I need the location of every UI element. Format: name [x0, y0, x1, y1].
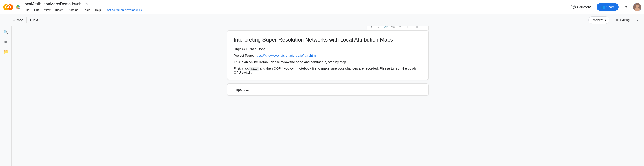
avatar-image: [633, 3, 641, 11]
cell-comment-button[interactable]: 💬: [390, 26, 396, 30]
connect-label: Connect: [592, 18, 603, 22]
menu-file[interactable]: File: [22, 7, 32, 12]
cell-container: ↑ ↓ 🔗 💬 ✏ ⤢ 🗑: [227, 30, 428, 96]
cell-authors: Jinjin Gu, Chao Dong: [234, 47, 422, 51]
comment-button[interactable]: 💬 Comment: [568, 3, 593, 11]
project-label: Project Page:: [234, 54, 255, 57]
menu-view[interactable]: View: [42, 7, 52, 12]
menu-runtime[interactable]: Runtime: [65, 7, 80, 12]
comment-label: Comment: [577, 5, 591, 9]
cell-move-up-button[interactable]: ↑: [368, 26, 375, 30]
cell-title: Interpreting Super-Resolution Networks w…: [234, 36, 422, 44]
share-button[interactable]: 👥 Share: [596, 3, 619, 11]
drive-icon: [16, 5, 20, 9]
add-code-button[interactable]: + Code: [11, 17, 26, 23]
next-cell-label: import ...: [234, 87, 249, 92]
sidebar-item-code[interactable]: <>: [1, 37, 10, 46]
search-icon: 🔍: [3, 30, 8, 35]
cell-toolbar: ↑ ↓ 🔗 💬 ✏ ⤢ 🗑: [367, 26, 428, 31]
menu-edit[interactable]: Edit: [32, 7, 42, 12]
comment-cell-icon: 💬: [391, 26, 395, 28]
connect-chevron: ▾: [604, 18, 606, 22]
cell-instruction: First, click file and then COPY you own …: [234, 67, 422, 74]
notebook-area: ↑ ↓ 🔗 💬 ✏ ⤢ 🗑: [12, 26, 644, 166]
star-icon[interactable]: ☆: [85, 1, 88, 6]
editing-button[interactable]: ✏ Editing: [613, 16, 632, 24]
chevron-up-icon: ▲: [636, 18, 639, 22]
menu-help[interactable]: Help: [93, 7, 104, 12]
settings-icon: ⚙: [624, 5, 628, 9]
toolbar-row: ☰ + Code + Text Connect ▾ ✏ Editing ▲: [0, 14, 644, 26]
instruction-code: file: [250, 67, 259, 71]
menu-tools[interactable]: Tools: [81, 7, 92, 12]
link-icon: 🔗: [384, 26, 388, 28]
cell-expand-button[interactable]: ⤢: [404, 26, 410, 30]
collapse-button[interactable]: ▲: [634, 16, 641, 24]
left-sidebar: 🔍 <> 📁: [0, 26, 12, 166]
title-menu-area: LocalAttributionMapsDemo.ipynb ☆ File Ed…: [22, 1, 142, 12]
file-title: LocalAttributionMapsDemo.ipynb: [22, 2, 82, 6]
share-icon: 👥: [600, 5, 605, 9]
folder-icon: 📁: [3, 49, 8, 54]
connect-button[interactable]: Connect ▾: [588, 16, 609, 24]
avatar[interactable]: [633, 3, 641, 11]
cell-edit-button[interactable]: ✏: [397, 26, 404, 30]
last-edited[interactable]: Last edited on November 19: [106, 8, 142, 12]
logo-area: CO: [3, 2, 20, 12]
instruction-prefix: First, click: [234, 67, 250, 70]
top-bar: CO LocalAttributionMapsDemo.ipynb ☆ File…: [0, 0, 644, 14]
cell-toolbar-divider: [412, 26, 412, 29]
sidebar-item-search[interactable]: 🔍: [1, 28, 10, 37]
toolbar-right-separator: [611, 17, 611, 23]
connect-area: Connect ▾ ✏ Editing ▲: [588, 16, 641, 24]
edit-icon: ✏: [399, 26, 402, 28]
more-icon: ⋮: [422, 26, 426, 29]
hamburger-icon: ☰: [5, 18, 8, 22]
settings-button[interactable]: ⚙: [622, 4, 630, 10]
next-cell-preview[interactable]: import ...: [227, 83, 428, 96]
code-icon: <>: [4, 40, 8, 44]
share-label: Share: [606, 5, 615, 9]
svg-text:CO: CO: [5, 4, 11, 9]
cell-link-button[interactable]: 🔗: [383, 26, 389, 30]
cell-delete-button[interactable]: 🗑: [414, 26, 420, 30]
project-link[interactable]: https://x-lowlevel-vision.github.io/lam.…: [255, 54, 316, 57]
cell-project: Project Page: https://x-lowlevel-vision.…: [234, 54, 422, 57]
sidebar-item-files[interactable]: 📁: [1, 47, 10, 56]
cell-more-button[interactable]: ⋮: [421, 26, 427, 30]
right-actions: 💬 Comment 👥 Share ⚙: [568, 3, 641, 11]
instruction-suffix: and then COPY you own notebook file to m…: [234, 67, 416, 74]
svg-point-8: [636, 5, 639, 8]
arrow-up-icon: ↑: [371, 26, 372, 29]
delete-icon: 🗑: [415, 26, 418, 28]
sidebar-toggle-button[interactable]: ☰: [3, 16, 11, 24]
toolbar-separator: [26, 17, 27, 23]
cell-move-down-button[interactable]: ↓: [376, 26, 382, 30]
text-cell: Interpreting Super-Resolution Networks w…: [227, 30, 428, 80]
arrow-down-icon: ↓: [378, 26, 380, 29]
pencil-icon: ✏: [616, 18, 619, 22]
colab-logo: CO: [3, 2, 14, 12]
comment-icon: 💬: [571, 5, 576, 9]
editing-label: Editing: [620, 18, 630, 22]
menu-insert[interactable]: Insert: [53, 7, 65, 12]
menu-bar: File Edit View Insert Runtime Tools Help…: [22, 7, 142, 12]
main-area: 🔍 <> 📁 ↑ ↓ 🔗 💬: [0, 26, 644, 166]
expand-icon: ⤢: [406, 26, 409, 28]
cell-description: This is an online Demo. Please follow th…: [234, 60, 422, 64]
add-text-button[interactable]: + Text: [28, 17, 40, 23]
